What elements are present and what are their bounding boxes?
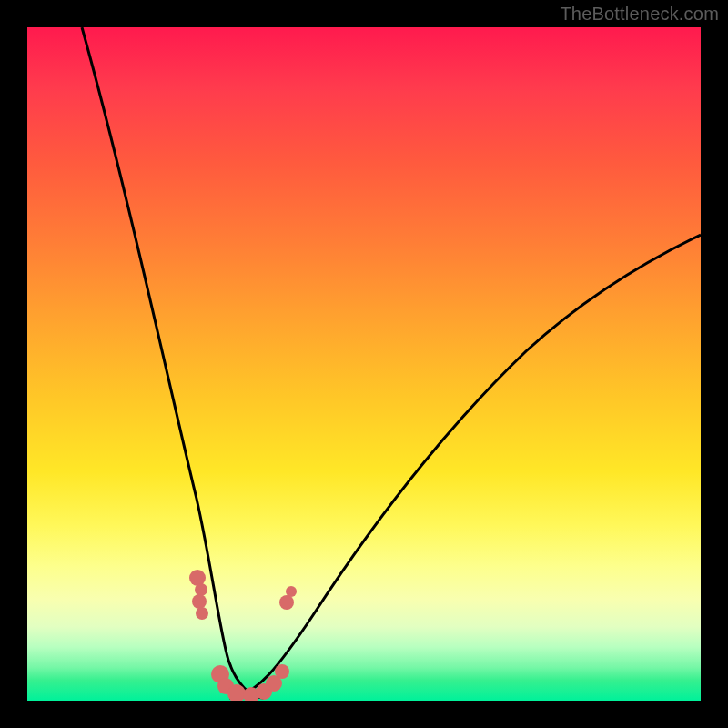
data-point-cluster: [189, 570, 297, 701]
data-point: [189, 570, 206, 586]
data-point: [279, 595, 294, 610]
data-point: [192, 594, 207, 609]
outer-frame: TheBottleneck.com: [0, 0, 728, 728]
marker-layer: [27, 27, 701, 701]
data-point: [286, 586, 297, 597]
data-point: [196, 607, 208, 620]
watermark-text: TheBottleneck.com: [560, 4, 719, 25]
plot-area: [27, 27, 701, 701]
data-point: [275, 664, 289, 679]
data-point: [195, 583, 207, 596]
